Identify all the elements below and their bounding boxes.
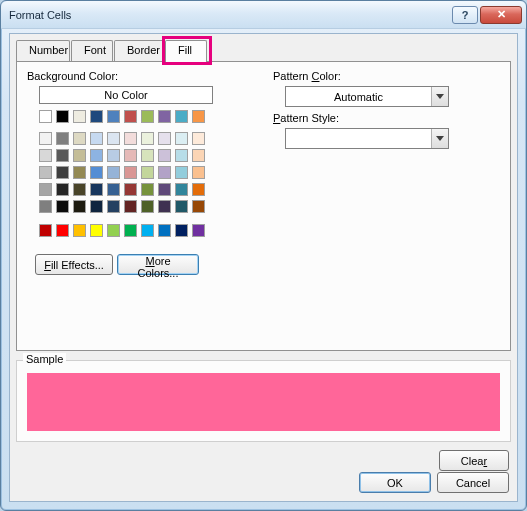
color-swatch[interactable] [124, 224, 137, 237]
color-swatch[interactable] [39, 132, 52, 145]
tab-fill[interactable]: Fill [165, 40, 207, 62]
tab-strip: Number Font Border Fill [16, 40, 511, 62]
pattern-style-combo[interactable] [285, 128, 449, 149]
format-cells-dialog: Format Cells ? ✕ Number Font Border Fill… [0, 0, 527, 511]
color-swatch[interactable] [90, 149, 103, 162]
color-swatch[interactable] [124, 132, 137, 145]
color-swatch[interactable] [56, 224, 69, 237]
color-swatch[interactable] [73, 166, 86, 179]
fill-effects-button[interactable]: Fill Effects... [35, 254, 113, 275]
sample-group: Sample [16, 360, 511, 442]
color-swatch[interactable] [107, 110, 120, 123]
tab-border[interactable]: Border [114, 40, 164, 61]
color-swatch[interactable] [192, 200, 205, 213]
color-swatch[interactable] [175, 200, 188, 213]
color-swatch[interactable] [158, 149, 171, 162]
titlebar[interactable]: Format Cells ? ✕ [1, 1, 526, 29]
color-row-standard [39, 224, 219, 241]
color-swatch[interactable] [124, 166, 137, 179]
color-swatch[interactable] [73, 224, 86, 237]
color-swatch[interactable] [73, 149, 86, 162]
color-swatch[interactable] [124, 149, 137, 162]
tab-fill-panel: Background Color: No Color Fill Effects.… [16, 61, 511, 351]
color-swatch[interactable] [39, 110, 52, 123]
color-grid-theme-tints [39, 132, 219, 217]
color-swatch[interactable] [192, 149, 205, 162]
tab-number[interactable]: Number [16, 40, 70, 61]
color-swatch[interactable] [73, 110, 86, 123]
color-swatch[interactable] [192, 224, 205, 237]
ok-button[interactable]: OK [359, 472, 431, 493]
color-swatch[interactable] [124, 110, 137, 123]
color-swatch[interactable] [158, 110, 171, 123]
pattern-style-label: Pattern Style: [273, 112, 339, 124]
cancel-button[interactable]: Cancel [437, 472, 509, 493]
color-swatch[interactable] [39, 166, 52, 179]
color-row-theme-base [39, 110, 219, 127]
color-swatch[interactable] [39, 183, 52, 196]
color-swatch[interactable] [192, 110, 205, 123]
color-swatch[interactable] [90, 183, 103, 196]
color-swatch[interactable] [141, 149, 154, 162]
background-color-label: Background Color: [27, 70, 118, 82]
color-swatch[interactable] [56, 200, 69, 213]
color-swatch[interactable] [158, 224, 171, 237]
color-swatch[interactable] [107, 200, 120, 213]
chevron-down-icon [431, 87, 448, 106]
color-swatch[interactable] [124, 200, 137, 213]
tab-font[interactable]: Font [71, 40, 113, 61]
no-color-button[interactable]: No Color [39, 86, 213, 104]
color-swatch[interactable] [192, 183, 205, 196]
color-swatch[interactable] [56, 149, 69, 162]
color-swatch[interactable] [90, 110, 103, 123]
color-swatch[interactable] [56, 166, 69, 179]
color-swatch[interactable] [39, 200, 52, 213]
color-swatch[interactable] [90, 200, 103, 213]
pattern-color-combo[interactable]: Automatic [285, 86, 449, 107]
color-swatch[interactable] [141, 183, 154, 196]
color-swatch[interactable] [56, 132, 69, 145]
color-swatch[interactable] [175, 132, 188, 145]
color-swatch[interactable] [175, 166, 188, 179]
clear-button[interactable]: Clear [439, 450, 509, 471]
color-swatch[interactable] [158, 183, 171, 196]
color-swatch[interactable] [107, 183, 120, 196]
color-swatch[interactable] [192, 166, 205, 179]
color-swatch[interactable] [73, 183, 86, 196]
close-button[interactable]: ✕ [480, 6, 522, 24]
help-button[interactable]: ? [452, 6, 478, 24]
more-colors-button[interactable]: More Colors... [117, 254, 199, 275]
color-swatch[interactable] [141, 166, 154, 179]
color-swatch[interactable] [175, 224, 188, 237]
sample-swatch [27, 373, 500, 431]
color-swatch[interactable] [56, 183, 69, 196]
color-swatch[interactable] [141, 224, 154, 237]
color-swatch[interactable] [107, 224, 120, 237]
color-swatch[interactable] [39, 224, 52, 237]
color-swatch[interactable] [73, 132, 86, 145]
color-swatch[interactable] [39, 149, 52, 162]
close-icon: ✕ [497, 8, 506, 21]
color-swatch[interactable] [175, 110, 188, 123]
color-swatch[interactable] [73, 200, 86, 213]
color-swatch[interactable] [90, 132, 103, 145]
color-swatch[interactable] [107, 132, 120, 145]
color-swatch[interactable] [56, 110, 69, 123]
color-swatch[interactable] [141, 110, 154, 123]
color-swatch[interactable] [107, 166, 120, 179]
pattern-color-label: Pattern Color: [273, 70, 341, 82]
window-title: Format Cells [9, 9, 450, 21]
color-swatch[interactable] [158, 166, 171, 179]
color-swatch[interactable] [124, 183, 137, 196]
color-swatch[interactable] [141, 200, 154, 213]
color-swatch[interactable] [175, 149, 188, 162]
color-swatch[interactable] [90, 166, 103, 179]
color-swatch[interactable] [192, 132, 205, 145]
color-swatch[interactable] [175, 183, 188, 196]
color-swatch[interactable] [90, 224, 103, 237]
color-swatch[interactable] [141, 132, 154, 145]
color-swatch[interactable] [158, 132, 171, 145]
color-swatch[interactable] [158, 200, 171, 213]
color-swatch[interactable] [107, 149, 120, 162]
sample-label: Sample [23, 353, 66, 365]
